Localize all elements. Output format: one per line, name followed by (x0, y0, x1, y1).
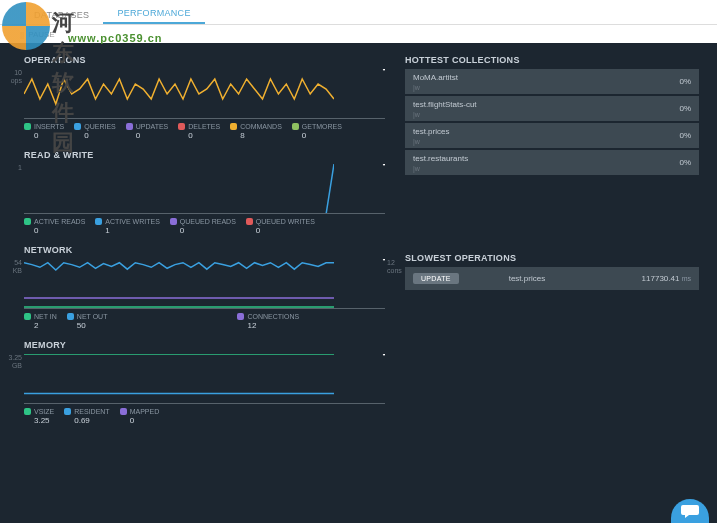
swatch-icon (170, 218, 177, 225)
network-sparkline (24, 259, 334, 309)
legend-value: 0 (170, 226, 236, 235)
network-chart: 54KB 12cons NET IN2NET OUT50CONNECTIONS1… (24, 259, 385, 330)
collection-bar: |w (413, 165, 691, 172)
collection-percent: 0% (679, 104, 691, 113)
legend-item: ACTIVE READS0 (24, 218, 85, 235)
swatch-icon (126, 123, 133, 130)
legend-item: ACTIVE WRITES1 (95, 218, 159, 235)
tab-performance[interactable]: PERFORMANCE (103, 2, 204, 24)
legend-label: NET OUT (77, 313, 108, 320)
right-column: HOTTEST COLLECTIONS MoMA.artitst0%|wtest… (395, 43, 717, 523)
collection-bar: |w (413, 111, 691, 118)
collection-item[interactable]: test.prices0%|w (405, 123, 699, 148)
legend-item: CONNECTIONS12 (237, 313, 299, 330)
memory-chart-box[interactable] (24, 354, 385, 404)
legend-label: COMMANDS (240, 123, 282, 130)
collection-bar: |w (413, 84, 691, 91)
operations-chart-box[interactable] (24, 69, 385, 119)
axis-mem-top: 3.25GB (4, 354, 22, 369)
collection-name: test.flightStats-cut (413, 100, 691, 109)
legend-label: QUEUED WRITES (256, 218, 315, 225)
collection-item[interactable]: MoMA.artitst0%|w (405, 69, 699, 94)
swatch-icon (178, 123, 185, 130)
readwrite-chart-box[interactable] (24, 164, 385, 214)
operation-badge: UPDATE (413, 273, 459, 284)
legend-item: VSIZE3.25 (24, 408, 54, 425)
axis-net-right: 12cons (387, 259, 401, 274)
swatch-icon (24, 408, 31, 415)
collection-item[interactable]: test.flightStats-cut0%|w (405, 96, 699, 121)
legend-value: 0 (292, 131, 342, 140)
swatch-icon (24, 123, 31, 130)
top-tabs: DATABASES PERFORMANCE (0, 0, 717, 25)
legend-item: NET IN2 (24, 313, 57, 330)
legend-item: INSERTS0 (24, 123, 64, 140)
legend-value: 12 (237, 321, 299, 330)
legend-value: 0 (24, 131, 64, 140)
swatch-icon (74, 123, 81, 130)
pause-label: PAUSE (28, 30, 55, 39)
network-chart-box[interactable] (24, 259, 385, 309)
operations-title: OPERATIONS (24, 55, 385, 65)
readwrite-chart: 1 ACTIVE READS0ACTIVE WRITES1QUEUED READ… (24, 164, 385, 235)
swatch-icon (95, 218, 102, 225)
legend-label: INSERTS (34, 123, 64, 130)
memory-chart: 3.25GB VSIZE3.25RESIDENT0.69MAPPED0 (24, 354, 385, 425)
memory-sparkline (24, 354, 334, 404)
legend-value: 0 (120, 416, 160, 425)
axis-rw-top: 1 (4, 164, 22, 172)
legend-item: QUEUED WRITES0 (246, 218, 315, 235)
swatch-icon (230, 123, 237, 130)
swatch-icon (67, 313, 74, 320)
collection-item[interactable]: test.restaurants0%|w (405, 150, 699, 175)
pause-icon: || (20, 30, 24, 39)
collection-bar: |w (413, 138, 691, 145)
legend-item: COMMANDS8 (230, 123, 282, 140)
pause-button[interactable]: || PAUSE (20, 30, 55, 39)
legend-label: CONNECTIONS (247, 313, 299, 320)
axis-ops-top: 10ops (4, 69, 22, 84)
operation-name: test.prices (479, 274, 622, 283)
legend-item: RESIDENT0.69 (64, 408, 109, 425)
chart-marker-icon (380, 164, 385, 166)
memory-legend: VSIZE3.25RESIDENT0.69MAPPED0 (24, 408, 385, 425)
memory-title: MEMORY (24, 340, 385, 350)
network-legend: NET IN2NET OUT50CONNECTIONS12 (24, 313, 385, 330)
swatch-icon (246, 218, 253, 225)
legend-value: 3.25 (24, 416, 54, 425)
legend-value: 0.69 (64, 416, 109, 425)
legend-value: 1 (95, 226, 159, 235)
chat-icon (681, 503, 699, 519)
hottest-title: HOTTEST COLLECTIONS (405, 55, 699, 65)
legend-item: MAPPED0 (120, 408, 160, 425)
collection-name: test.prices (413, 127, 691, 136)
tab-databases[interactable]: DATABASES (20, 4, 103, 24)
control-bar: || PAUSE (0, 25, 717, 43)
legend-label: VSIZE (34, 408, 54, 415)
legend-item: QUEUED READS0 (170, 218, 236, 235)
legend-label: QUEUED READS (180, 218, 236, 225)
legend-value: 50 (67, 321, 108, 330)
readwrite-title: READ & WRITE (24, 150, 385, 160)
legend-item: GETMORES0 (292, 123, 342, 140)
legend-label: UPDATES (136, 123, 169, 130)
collection-name: test.restaurants (413, 154, 691, 163)
slowest-title: SLOWEST OPERATIONS (405, 253, 699, 263)
slow-operation-row[interactable]: UPDATEtest.prices117730.41 ms (405, 267, 699, 290)
legend-value: 0 (74, 131, 116, 140)
legend-value: 0 (24, 226, 85, 235)
swatch-icon (24, 313, 31, 320)
slowest-operations-list: UPDATEtest.prices117730.41 ms (405, 267, 699, 290)
axis-net-top: 54KB (4, 259, 22, 274)
legend-item: QUERIES0 (74, 123, 116, 140)
legend-label: RESIDENT (74, 408, 109, 415)
collection-percent: 0% (679, 131, 691, 140)
operations-chart: 10ops INSERTS0QUERIES0UPDATES0DELETES0CO… (24, 69, 385, 140)
collection-percent: 0% (679, 77, 691, 86)
legend-label: QUERIES (84, 123, 116, 130)
swatch-icon (24, 218, 31, 225)
legend-value: 0 (126, 131, 169, 140)
legend-item: UPDATES0 (126, 123, 169, 140)
legend-value: 2 (24, 321, 57, 330)
network-title: NETWORK (24, 245, 385, 255)
